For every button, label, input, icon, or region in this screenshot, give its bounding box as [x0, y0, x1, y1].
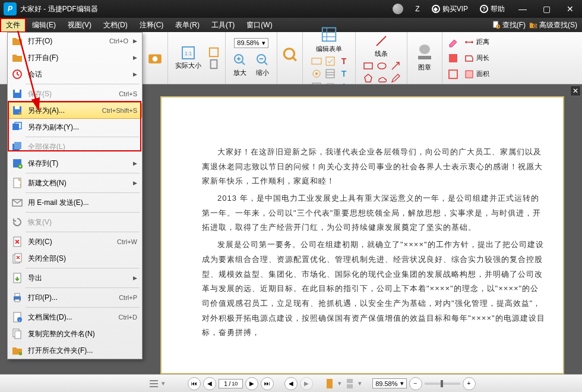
- line-tool-button[interactable]: 线条: [372, 33, 391, 59]
- menu-comment[interactable]: 注释(C): [134, 18, 170, 33]
- area-button[interactable]: 面积: [461, 68, 492, 81]
- zoom-in-label: 放大: [233, 68, 246, 77]
- svg-text:i: i: [19, 318, 20, 322]
- globe-icon[interactable]: [393, 4, 403, 14]
- menu-view[interactable]: 视图(V): [62, 18, 97, 33]
- svg-point-17: [315, 72, 318, 75]
- menu-edit[interactable]: 编辑(E): [26, 18, 62, 33]
- next-page-button[interactable]: ▶: [245, 377, 258, 390]
- submenu-arrow-icon: ▶: [133, 160, 137, 166]
- zoom-status[interactable]: 89.58%▾: [372, 378, 406, 388]
- single-page-icon[interactable]: [324, 378, 336, 390]
- menu-item[interactable]: 保存到(T)▶: [8, 155, 142, 172]
- close-button[interactable]: ✕: [558, 0, 582, 18]
- menu-item[interactable]: 另存为副本(Y)...: [8, 119, 142, 135]
- menu-item[interactable]: 会话▶: [8, 66, 142, 83]
- saveas-icon: [11, 105, 23, 116]
- checkbox-icon[interactable]: [325, 56, 336, 67]
- options-icon[interactable]: [148, 378, 159, 389]
- eraser-icon[interactable]: [447, 36, 459, 48]
- minimize-button[interactable]: —: [511, 0, 534, 18]
- menu-item[interactable]: 打印(P)...Ctrl+P: [8, 289, 142, 306]
- first-page-button[interactable]: ⏮: [188, 377, 201, 390]
- text-blue-icon[interactable]: T: [339, 68, 349, 79]
- user-letter[interactable]: Z: [415, 5, 419, 13]
- camera-icon[interactable]: [147, 50, 163, 66]
- menu-window[interactable]: 窗口(W): [241, 18, 278, 33]
- rect-icon[interactable]: [363, 61, 374, 71]
- actual-size-button[interactable]: 1:1实际大小: [173, 45, 204, 71]
- fit-page-icon[interactable]: [207, 59, 220, 69]
- zoom-out-button[interactable]: 缩小: [253, 52, 272, 78]
- vip-button[interactable]: ◆购买VIP: [432, 4, 468, 14]
- stamp-button[interactable]: 图章: [412, 43, 437, 73]
- listbox-icon[interactable]: [325, 68, 336, 79]
- menu-item-label: 关闭(C): [28, 237, 112, 247]
- menu-item[interactable]: 全部保存(L): [8, 138, 142, 155]
- tab-close-button[interactable]: ✕: [570, 86, 581, 96]
- menu-tool[interactable]: 工具(T): [205, 18, 241, 33]
- svg-rect-40: [14, 142, 21, 149]
- app-logo: P: [4, 2, 17, 15]
- find-button[interactable]: 查找(F): [492, 20, 526, 30]
- zoom-slider[interactable]: [425, 382, 460, 385]
- menu-form[interactable]: 表单(R): [169, 18, 205, 33]
- menu-item[interactable]: 另存为(A)...Ctrl+Shift+S: [8, 102, 142, 119]
- shape-outline-icon[interactable]: [447, 68, 459, 80]
- textfield-icon[interactable]: [311, 56, 322, 67]
- page-input[interactable]: 1/10: [219, 379, 243, 388]
- maximize-button[interactable]: ▢: [534, 0, 558, 18]
- magnifier-tool-icon[interactable]: [282, 46, 298, 70]
- continuous-page-icon[interactable]: [344, 378, 356, 390]
- menu-item-label: 保存(S): [28, 89, 114, 99]
- svg-rect-22: [364, 63, 372, 69]
- menu-item[interactable]: 导出▶: [8, 270, 142, 286]
- zoom-in-status[interactable]: +: [463, 377, 476, 390]
- polygon-icon[interactable]: [363, 73, 374, 84]
- help-button[interactable]: ?帮助: [480, 4, 505, 14]
- shape-red-icon[interactable]: [447, 52, 459, 64]
- actual-size-label: 实际大小: [175, 61, 201, 70]
- menu-item[interactable]: 关闭全部(S): [8, 250, 142, 267]
- menu-item[interactable]: 新建文档(N)▶: [8, 175, 142, 191]
- distance-button[interactable]: 距离: [461, 36, 492, 49]
- edit-form-label: 编辑表单: [316, 45, 342, 53]
- zoom-in-button[interactable]: 放大: [230, 52, 249, 78]
- nav-back-button[interactable]: ◀: [284, 377, 298, 390]
- status-bar: ▾ ⏮ ◀ 1/10 ▶ ⏭ ◀ ▶ ▾ ▾ 89.58%▾ − +: [0, 374, 582, 392]
- fit-width-icon[interactable]: [207, 47, 220, 58]
- stamp-label: 图章: [418, 63, 431, 72]
- zoom-combo[interactable]: 89.58%▾: [234, 38, 268, 48]
- zoom-out-status[interactable]: −: [409, 377, 422, 390]
- menu-item[interactable]: 打开自(F)▶: [8, 49, 142, 66]
- close-icon: [11, 236, 23, 248]
- ellipse-icon[interactable]: [377, 61, 387, 71]
- menu-document[interactable]: 文档(D): [97, 18, 134, 33]
- menu-item[interactable]: 打开所在文件夹(F)...: [8, 342, 142, 359]
- perimeter-button[interactable]: 周长: [461, 52, 492, 65]
- pencil-icon[interactable]: [390, 73, 401, 84]
- text-t-icon[interactable]: T: [339, 56, 349, 67]
- menu-item[interactable]: 复制完整的文件名(N): [8, 325, 142, 342]
- edit-form-button[interactable]: 编辑表单: [314, 24, 344, 55]
- menu-item[interactable]: i文档属性(D)...Ctrl+D: [8, 309, 142, 325]
- menu-item[interactable]: 关闭(C)Ctrl+W: [8, 233, 142, 250]
- menu-item[interactable]: 保存(S)Ctrl+S: [8, 86, 142, 102]
- nav-fwd-button[interactable]: ▶: [300, 377, 313, 390]
- doc-search-icon: [492, 21, 501, 29]
- arrow-icon[interactable]: [390, 61, 401, 71]
- last-page-button[interactable]: ⏭: [261, 377, 274, 390]
- menu-item-label: 保存到(T): [28, 159, 128, 169]
- cloud-icon[interactable]: [377, 73, 387, 84]
- svg-point-24: [419, 45, 430, 54]
- prev-page-button[interactable]: ◀: [203, 377, 216, 390]
- menu-item-shortcut: Ctrl+P: [119, 294, 137, 301]
- print-icon: [11, 292, 23, 304]
- menu-item[interactable]: 打开(O)Ctrl+O▶: [8, 33, 142, 49]
- window-title: 大家好 - 迅捷PDF编辑器: [20, 4, 98, 14]
- menu-item[interactable]: 用 E-mail 发送(E)...: [8, 194, 142, 211]
- radio-icon[interactable]: [311, 68, 322, 79]
- menu-item[interactable]: 恢复(V): [8, 214, 142, 230]
- menu-file[interactable]: 文件: [0, 18, 26, 33]
- advanced-find-button[interactable]: 高级查找(S): [529, 20, 577, 30]
